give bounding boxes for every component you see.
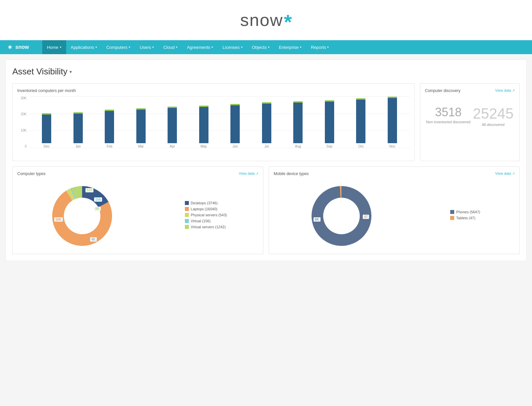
legend-item: Phones (5647) <box>450 210 480 214</box>
legend-label: Phones (5647) <box>456 210 480 214</box>
bar-label: Mar <box>138 145 144 148</box>
bar-group: Dec <box>31 113 63 148</box>
discovery-view-data[interactable]: View data <box>495 88 515 92</box>
logo-text: snow <box>240 10 283 30</box>
non-inventoried-label: Non inventoried discovered <box>426 120 470 124</box>
legend-label: Physical servers (543) <box>191 213 227 217</box>
bar-group: Jul <box>251 102 283 148</box>
nav-item-agreements[interactable]: Agreements▾ <box>182 40 218 54</box>
legend-color <box>185 225 189 229</box>
legend-color <box>185 213 189 217</box>
mobile-types-legend: Phones (5647)Tablets (47) <box>444 210 480 222</box>
donut-label: 16K <box>54 217 63 222</box>
bar-wrapper <box>262 102 271 143</box>
mobile-types-header: Mobile device types View data <box>274 171 515 179</box>
bar-main <box>230 105 240 143</box>
bar-main <box>136 110 146 143</box>
bar-wrapper <box>42 113 51 143</box>
bar-chart-panel: Inventoried computers per month 30K20K10… <box>12 83 415 161</box>
computer-types-view-data[interactable]: View data <box>239 171 258 175</box>
bar-group: Jan <box>63 112 94 148</box>
discovery-panel-header: Computer discovery View data <box>425 88 515 96</box>
bar-main <box>168 108 177 143</box>
bar-label: Feb <box>107 145 112 148</box>
nav-item-home[interactable]: Home▾ <box>42 40 66 54</box>
bar-group: Apr <box>157 107 188 148</box>
nav-item-reports[interactable]: Reports▾ <box>306 40 334 54</box>
bar-label: Jul <box>264 145 269 148</box>
donut-label: 156 <box>94 197 102 202</box>
bar-wrapper <box>293 101 303 143</box>
bar-group: May <box>188 106 220 148</box>
nav-item-licenses[interactable]: Licenses▾ <box>218 40 247 54</box>
mobile-types-title: Mobile device types <box>274 171 309 176</box>
computer-types-title: Computer types <box>17 171 46 176</box>
bar-label: Apr <box>170 145 175 148</box>
donut-label: 543 <box>85 188 94 192</box>
legend-item: Desktops (3746) <box>185 201 227 205</box>
nav-brand: snow <box>7 44 29 51</box>
legend-label: Laptops (16040) <box>191 207 217 211</box>
computer-types-donut: 16K5431568K4K <box>49 183 115 249</box>
y-label: 10K <box>21 129 27 132</box>
svg-marker-0 <box>8 45 12 50</box>
bar-label: May <box>200 145 207 148</box>
nav-item-users[interactable]: Users▾ <box>135 40 159 54</box>
legend-color <box>185 201 189 205</box>
mobile-types-view-data[interactable]: View data <box>495 171 515 175</box>
snow-brand-icon <box>7 44 13 51</box>
nav-item-objects[interactable]: Objects▾ <box>247 40 274 54</box>
logo-area: snow* <box>0 0 532 40</box>
legend-item: Virtual servers (1242) <box>185 225 227 229</box>
y-label: 20K <box>21 112 27 116</box>
bar-label: Jun <box>232 145 238 148</box>
computer-types-header: Computer types View data <box>17 171 258 179</box>
bar-label: Dec <box>44 145 50 148</box>
bar-group: Jun <box>219 104 251 148</box>
bar-label: Oct <box>358 145 363 148</box>
bar-chart-container: 30K20K10K0 DecJanFebMarAprMayJunJulAugSe… <box>17 96 410 156</box>
legend-color <box>185 207 189 211</box>
bar-main <box>388 98 397 143</box>
nav-item-enterprise[interactable]: Enterprise▾ <box>274 40 306 54</box>
bar-group: Mar <box>125 108 157 148</box>
nav-item-cloud[interactable]: Cloud▾ <box>159 40 182 54</box>
page-title-caret[interactable]: ▾ <box>69 69 72 74</box>
non-inventoried-stat: 3518 Non inventoried discovered <box>426 106 470 124</box>
bar-main <box>262 104 271 143</box>
mobile-types-panel: Mobile device types View data 6K47 Phone… <box>269 166 520 254</box>
bar-wrapper <box>168 107 177 143</box>
bar-wrapper <box>73 112 83 143</box>
bar-wrapper <box>230 104 240 143</box>
bar-main <box>325 102 334 143</box>
legend-label: Virtual servers (1242) <box>191 225 226 229</box>
discovery-panel: Computer discovery View data 3518 Non in… <box>420 83 520 161</box>
bar-wrapper <box>136 108 146 143</box>
logo: snow* <box>240 21 292 27</box>
bar-group: Feb <box>94 110 125 148</box>
non-inventoried-number: 3518 <box>426 106 470 118</box>
all-discovered-number: 25245 <box>473 106 513 121</box>
bar-main <box>42 115 51 143</box>
nav-item-computers[interactable]: Computers▾ <box>102 40 135 54</box>
donut-label: 4K <box>90 237 97 242</box>
mobile-types-chart-container: 6K47 Phones (5647)Tablets (47) <box>274 183 515 249</box>
bar-chart-title: Inventoried computers per month <box>17 88 410 93</box>
nav-item-applications[interactable]: Applications▾ <box>66 40 102 54</box>
y-label: 30K <box>21 96 27 100</box>
legend-color <box>450 210 454 214</box>
bar-main <box>199 107 208 143</box>
dashboard-bottom: Computer types View data 16K5431568K4K D… <box>12 166 520 254</box>
nav-items: Home▾Applications▾Computers▾Users▾Cloud▾… <box>42 40 525 54</box>
donut-label: 47 <box>363 215 369 219</box>
legend-color <box>185 219 189 223</box>
y-label: 0 <box>25 145 27 148</box>
bar-group: Oct <box>345 98 377 148</box>
navigation: snow Home▾Applications▾Computers▾Users▾C… <box>0 40 532 54</box>
discovery-stats: 3518 Non inventoried discovered 25245 Al… <box>425 106 515 156</box>
legend-item: Physical servers (543) <box>185 213 227 217</box>
bar-group: Aug <box>282 101 314 148</box>
computer-types-panel: Computer types View data 16K5431568K4K D… <box>12 166 263 254</box>
legend-label: Desktops (3746) <box>191 201 218 205</box>
bar-wrapper <box>325 100 334 143</box>
